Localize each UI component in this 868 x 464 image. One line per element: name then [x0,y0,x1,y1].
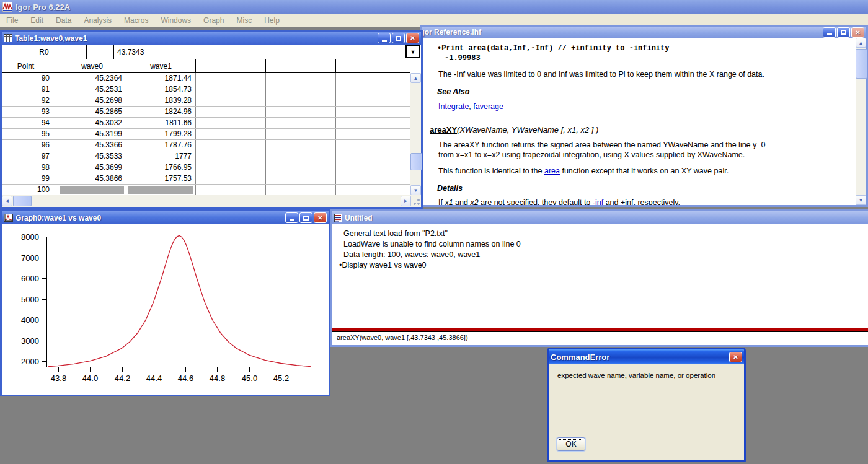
data-cell[interactable] [336,73,410,84]
scroll-thumb[interactable] [856,49,867,79]
data-cell[interactable] [196,107,266,117]
cell-reference[interactable]: R0 [2,45,87,59]
table-close-button[interactable]: ✕ [406,33,419,43]
help-minimize-button[interactable] [823,27,836,38]
column-header-wave1[interactable]: wave1 [126,59,196,72]
data-cell[interactable]: 1871.44 [126,73,196,84]
scroll-left-icon[interactable]: ◄ [2,196,12,206]
table-maximize-button[interactable] [392,33,405,43]
menu-edit[interactable]: Edit [24,15,50,26]
data-cell[interactable]: 1839.28 [126,95,196,106]
row-point-cell[interactable]: 90 [2,73,58,84]
data-cell[interactable] [58,185,126,195]
help-scrollbar[interactable]: ▲ ▼ [856,38,866,205]
help-close-button[interactable]: ✕ [851,27,864,38]
data-cell[interactable] [336,95,410,106]
help-maximize-button[interactable] [837,27,850,38]
data-cell[interactable] [126,185,196,195]
data-cell[interactable] [336,162,410,173]
app-titlebar[interactable]: Igor Pro 6.22A [0,0,868,14]
data-cell[interactable]: 45.2698 [58,95,126,106]
column-header-wave0[interactable]: wave0 [58,59,126,72]
link-faverage[interactable]: faverage [473,102,503,111]
data-cell[interactable]: 1799.28 [126,129,196,139]
data-cell[interactable]: 45.3032 [58,118,126,128]
graph-titlebar[interactable]: Graph0:wave1 vs wave0 ✕ [2,211,329,224]
menu-graph[interactable]: Graph [197,15,230,26]
data-cell[interactable]: 1811.66 [126,118,196,128]
data-cell[interactable]: 45.3533 [58,151,126,162]
data-cell[interactable] [266,129,336,139]
scroll-right-icon[interactable]: ► [401,196,411,206]
column-header-empty[interactable] [196,59,266,72]
data-cell[interactable]: 45.3866 [58,173,126,184]
data-cell[interactable] [336,129,410,139]
column-header-empty[interactable] [266,59,336,72]
column-header-empty[interactable] [336,59,410,72]
data-cell[interactable]: 45.2865 [58,107,126,117]
command-titlebar[interactable]: Untitled [332,211,868,224]
table-minimize-button[interactable] [378,33,391,43]
row-point-cell[interactable]: 92 [2,95,58,106]
data-cell[interactable] [196,129,266,139]
data-cell[interactable]: 45.2531 [58,84,126,95]
scroll-thumb[interactable] [13,196,32,206]
table-titlebar[interactable]: Table1:wave0,wave1 ✕ [2,32,421,45]
row-point-cell[interactable]: 96 [2,140,58,151]
menu-macros[interactable]: Macros [118,15,154,26]
scroll-thumb[interactable] [410,153,422,170]
data-cell[interactable]: 1777 [126,151,196,162]
data-cell[interactable] [196,140,266,151]
scroll-down-icon[interactable]: ▼ [856,195,866,205]
data-cell[interactable] [336,140,410,151]
row-point-cell[interactable]: 100 [2,185,58,195]
graph-maximize-button[interactable] [299,212,312,223]
data-cell[interactable] [336,118,410,128]
data-cell[interactable] [196,95,266,106]
table-horizontal-scrollbar[interactable]: ◄ ► [2,195,421,207]
scroll-down-icon[interactable]: ▼ [410,185,421,195]
row-point-cell[interactable]: 95 [2,129,58,139]
data-cell[interactable] [196,151,266,162]
data-cell[interactable] [196,84,266,95]
data-cell[interactable] [336,107,410,117]
command-input[interactable]: areaXY(wave0, wave1 [,43.7343 ,45.3866]) [332,332,868,345]
scroll-up-icon[interactable]: ▲ [856,38,866,48]
data-cell[interactable] [336,185,410,195]
graph-minimize-button[interactable] [285,212,298,223]
menu-data[interactable]: Data [50,15,78,26]
data-cell[interactable] [266,95,336,106]
data-cell[interactable]: 1757.53 [126,173,196,184]
data-cell[interactable]: 45.3699 [58,162,126,173]
row-point-cell[interactable]: 91 [2,84,58,95]
data-cell[interactable] [266,173,336,184]
error-dialog-titlebar[interactable]: CommandError ✕ [549,349,744,364]
table-vertical-scrollbar[interactable]: ▲ ▼ [410,73,421,195]
data-cell[interactable] [266,140,336,151]
resize-grip[interactable] [411,196,421,206]
data-cell[interactable]: 1766.95 [126,162,196,173]
data-cell[interactable]: 1824.96 [126,107,196,117]
link-area[interactable]: area [544,167,560,175]
data-cell[interactable] [266,185,336,195]
data-cell[interactable] [196,73,266,84]
data-cell[interactable] [266,151,336,162]
row-point-cell[interactable]: 97 [2,151,58,162]
row-point-cell[interactable]: 94 [2,118,58,128]
menu-misc[interactable]: Misc [230,15,258,26]
entry-dropdown-icon[interactable]: ▼ [405,45,420,58]
help-titlebar[interactable]: Igor Reference.ihf ✕ [422,27,866,38]
graph-close-button[interactable]: ✕ [314,212,327,223]
ok-button[interactable]: OK [557,437,585,451]
row-point-cell[interactable]: 99 [2,173,58,184]
scroll-up-icon[interactable]: ▲ [410,73,421,83]
column-header-Point[interactable]: Point [2,59,58,72]
menu-help[interactable]: Help [258,15,286,26]
data-cell[interactable] [266,107,336,117]
data-cell[interactable] [196,118,266,128]
row-point-cell[interactable]: 93 [2,107,58,117]
link-integrate[interactable]: Integrate [438,102,469,111]
data-cell[interactable] [196,173,266,184]
cell-value-input[interactable]: 43.7343 [114,45,405,59]
error-dialog-close-button[interactable]: ✕ [729,352,742,362]
